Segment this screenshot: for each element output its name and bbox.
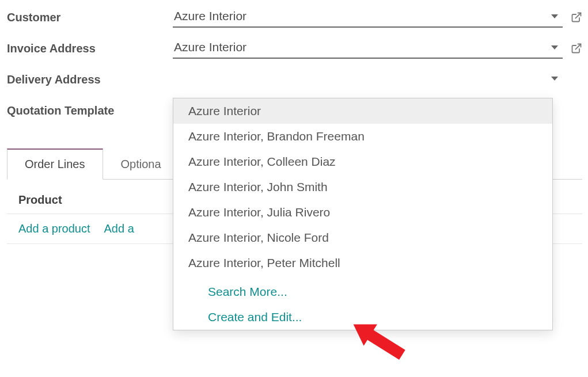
dropdown-option[interactable]: Azure Interior, Julia Rivero: [173, 200, 552, 225]
customer-input[interactable]: [173, 7, 563, 28]
tab-optional-products[interactable]: Optiona: [103, 149, 179, 179]
sales-order-form: Customer Invoice Address Delivery Addres…: [0, 0, 588, 244]
customer-external-link[interactable]: [571, 12, 582, 23]
dropdown-option[interactable]: Azure Interior, Colleen Diaz: [173, 149, 552, 174]
invoice-address-input[interactable]: [173, 38, 563, 59]
add-section-button[interactable]: Add a: [104, 222, 134, 235]
svg-line-1: [575, 44, 581, 49]
external-link-icon: [571, 43, 582, 54]
external-link-icon: [571, 12, 582, 23]
dropdown-option[interactable]: Azure Interior, John Smith: [173, 174, 552, 200]
delivery-address-dropdown: Azure Interior Azure Interior, Brandon F…: [173, 98, 553, 330]
delivery-address-input[interactable]: [173, 69, 563, 90]
control-invoice-address: [173, 38, 582, 59]
invoice-address-dropdown-toggle[interactable]: [545, 38, 563, 59]
label-customer: Customer: [7, 11, 173, 24]
chevron-down-icon: [551, 77, 558, 81]
label-quotation-template: Quotation Template: [7, 104, 173, 117]
chevron-down-icon: [551, 14, 558, 18]
customer-dropdown-toggle[interactable]: [545, 7, 563, 28]
dropdown-option[interactable]: Azure Interior, Brandon Freeman: [173, 124, 552, 149]
row-delivery-address: Delivery Address: [7, 69, 582, 90]
delivery-address-dropdown-toggle[interactable]: [545, 69, 563, 90]
label-invoice-address: Invoice Address: [7, 42, 173, 55]
dropdown-option[interactable]: Azure Interior, Peter Mitchell: [173, 250, 552, 276]
svg-line-0: [575, 13, 581, 18]
control-customer: [173, 7, 582, 28]
dropdown-search-more[interactable]: Search More...: [173, 279, 552, 304]
tab-order-lines[interactable]: Order Lines: [7, 148, 103, 180]
row-invoice-address: Invoice Address: [7, 38, 582, 59]
dropdown-option[interactable]: Azure Interior, Nicole Ford: [173, 225, 552, 250]
dropdown-option[interactable]: Azure Interior: [173, 98, 552, 124]
control-delivery-address: [173, 69, 582, 90]
invoice-address-external-link[interactable]: [571, 43, 582, 54]
row-customer: Customer: [7, 7, 582, 28]
chevron-down-icon: [551, 45, 558, 49]
add-product-button[interactable]: Add a product: [18, 222, 90, 235]
label-delivery-address: Delivery Address: [7, 73, 173, 86]
dropdown-create-and-edit[interactable]: Create and Edit...: [173, 304, 552, 330]
